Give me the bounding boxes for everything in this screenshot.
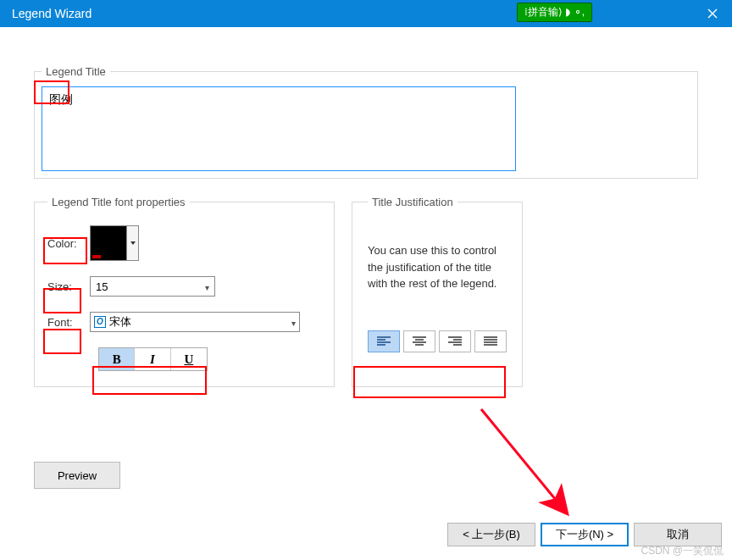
align-right-button[interactable]: [439, 330, 471, 352]
underline-button[interactable]: U: [171, 348, 207, 370]
cancel-button[interactable]: 取消: [634, 523, 722, 546]
align-left-button[interactable]: [368, 330, 400, 352]
opentype-icon: O: [94, 316, 106, 328]
color-picker[interactable]: [90, 225, 139, 261]
legend-title-label: Legend Title: [42, 65, 110, 78]
wizard-buttons: < 上一步(B) 下一步(N) > 取消: [447, 523, 722, 546]
font-value: 宋体: [109, 314, 291, 330]
align-justify-button[interactable]: [474, 330, 507, 352]
align-center-button[interactable]: [403, 330, 435, 352]
chevron-down-icon: [291, 316, 296, 329]
chevron-down-icon: [126, 226, 138, 260]
chevron-down-icon: [205, 280, 209, 293]
size-combo[interactable]: 15: [90, 276, 215, 297]
color-swatch-icon: [91, 226, 126, 260]
ime-indicator: ⁞拼音输⟩ ◗ ⚬,: [517, 3, 592, 22]
font-properties-group: Legend Title font properties Color: Size…: [34, 196, 335, 387]
justification-description: You can use this to control the justific…: [368, 242, 507, 292]
align-center-icon: [413, 336, 426, 347]
align-right-icon: [448, 336, 462, 347]
size-value: 15: [96, 280, 108, 293]
size-label: Size:: [47, 280, 90, 293]
close-icon: [707, 8, 718, 19]
window-title: Legend Wizard: [12, 7, 92, 20]
font-properties-label: Legend Title font properties: [47, 196, 190, 208]
justification-label: Title Justification: [368, 196, 458, 208]
legend-title-input[interactable]: [42, 86, 516, 171]
font-style-toggles: B I U: [98, 347, 208, 371]
titlebar: Legend Wizard ⁞拼音输⟩ ◗ ⚬,: [0, 0, 732, 27]
color-label: Color:: [47, 237, 90, 250]
close-button[interactable]: [693, 0, 732, 27]
title-justification-group: Title Justification You can use this to …: [352, 196, 523, 387]
justification-toggles: [368, 330, 507, 352]
align-justify-icon: [484, 336, 497, 347]
font-combo[interactable]: O 宋体: [90, 312, 300, 332]
next-button[interactable]: 下一步(N) >: [541, 523, 629, 546]
bold-button[interactable]: B: [99, 348, 135, 370]
svg-line-18: [481, 409, 568, 514]
italic-button[interactable]: I: [135, 348, 170, 370]
back-button[interactable]: < 上一步(B): [447, 523, 535, 546]
align-left-icon: [377, 336, 391, 347]
preview-button[interactable]: Preview: [34, 462, 120, 489]
annotation-arrow: [474, 402, 602, 538]
legend-title-group: Legend Title: [34, 65, 698, 179]
font-label: Font:: [47, 316, 90, 329]
